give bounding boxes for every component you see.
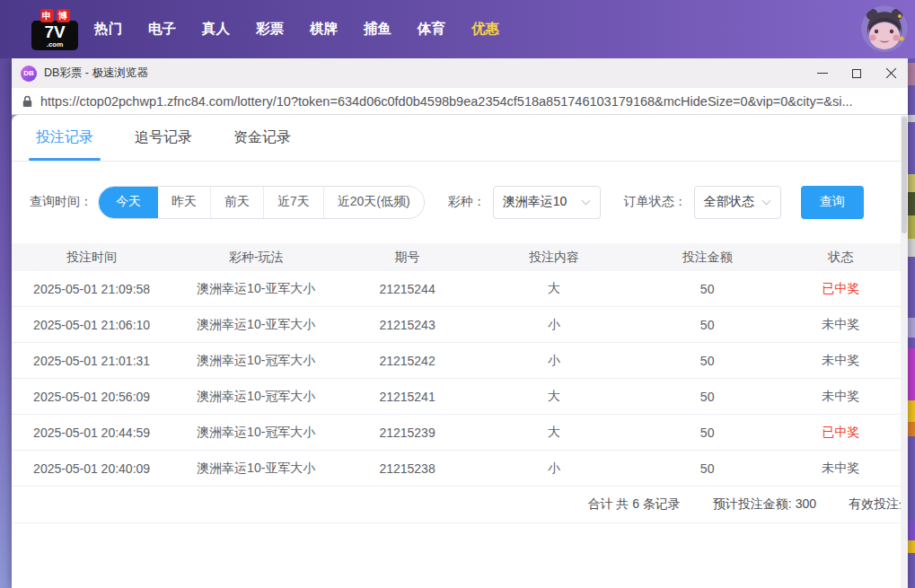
- time-filter-option[interactable]: 前天: [210, 187, 263, 218]
- close-icon: [885, 67, 897, 79]
- cell-bet-time: 2025-05-01 21:01:31: [12, 354, 172, 368]
- cell-bet-amount: 50: [634, 354, 780, 368]
- time-filter-option[interactable]: 近7天: [263, 187, 323, 218]
- record-tab[interactable]: 投注记录: [36, 115, 93, 161]
- record-tabs: 投注记录 追号记录 资金记录: [12, 115, 901, 162]
- summary-valid-amount: 有效投注金: [849, 496, 901, 513]
- url-text[interactable]: https://ctop02pchwp1.zfnc84.com/lottery/…: [40, 94, 853, 109]
- maximize-button[interactable]: [840, 58, 874, 88]
- cell-issue-number: 21215239: [340, 426, 474, 440]
- page-edge-decoration: [908, 58, 915, 588]
- chevron-down-icon: [581, 197, 590, 206]
- site-header: 申 博 7V .com 热门电子真人彩票棋牌捕鱼体育优惠: [0, 0, 915, 58]
- order-status-value: 全部状态: [704, 194, 754, 210]
- cell-bet-content: 大: [474, 425, 634, 441]
- table-row[interactable]: 2025-05-01 20:56:09 澳洲幸运10-冠军大小 21215241…: [12, 379, 901, 415]
- lock-icon: [22, 95, 32, 108]
- table-header-cell: 状态: [780, 250, 901, 266]
- table-row[interactable]: 2025-05-01 21:09:58 澳洲幸运10-亚军大小 21215244…: [12, 271, 901, 307]
- logo-badges: 申 博: [40, 9, 70, 22]
- time-filter-option[interactable]: 近20天(低频): [323, 187, 424, 218]
- nav-item[interactable]: 真人: [202, 20, 230, 39]
- page-scrollbar[interactable]: [901, 115, 908, 588]
- cell-bet-time: 2025-05-01 20:44:59: [12, 426, 172, 440]
- lottery-records-page: 投注记录 追号记录 资金记录 查询时间： 今天昨天前天近7天近20天(低频) 彩…: [12, 115, 901, 588]
- cell-bet-amount: 50: [634, 282, 780, 296]
- cell-bet-amount: 50: [634, 318, 780, 332]
- nav-item[interactable]: 捕鱼: [364, 20, 392, 39]
- table-row[interactable]: 2025-05-01 21:06:10 澳洲幸运10-亚军大小 21215243…: [12, 307, 901, 343]
- time-filter-label: 查询时间：: [30, 194, 92, 210]
- tab-label: 追号记录: [135, 128, 192, 147]
- table-header-row: 投注时间彩种-玩法期号投注内容投注金额状态: [12, 243, 901, 271]
- nav-item[interactable]: 体育: [418, 20, 445, 39]
- table-row[interactable]: 2025-05-01 21:01:31 澳洲幸运10-冠军大小 21215242…: [12, 343, 901, 379]
- tab-active-underline: [29, 158, 101, 161]
- table-header-cell: 投注内容: [474, 250, 634, 266]
- cell-bet-content: 小: [474, 317, 634, 333]
- time-filter-option[interactable]: 昨天: [158, 187, 210, 218]
- logo-badge-bo: 博: [57, 9, 70, 22]
- nav-item[interactable]: 优惠: [471, 20, 499, 39]
- cell-bet-amount: 50: [634, 461, 780, 476]
- browser-urlbar[interactable]: https://ctop02pchwp1.zfnc84.com/lottery/…: [12, 88, 908, 115]
- cell-bet-time: 2025-05-01 21:09:58: [12, 282, 172, 296]
- lottery-select-value: 澳洲幸运10: [503, 194, 567, 210]
- cell-game-play: 澳洲幸运10-冠军大小: [172, 389, 340, 405]
- window-title: DB彩票 - 极速浏览器: [44, 66, 148, 81]
- table-header-cell: 投注时间: [12, 250, 172, 266]
- summary-expected-amount: 预计投注金额: 300: [713, 496, 816, 513]
- close-button[interactable]: [874, 58, 908, 88]
- table-header-cell: 期号: [340, 250, 474, 266]
- table-header-cell: 彩种-玩法: [172, 250, 340, 266]
- site-logo[interactable]: 申 博 7V .com: [31, 9, 79, 50]
- logo-badge-shen: 申: [40, 9, 54, 22]
- cell-status: 未中奖: [780, 461, 901, 477]
- cell-issue-number: 21215241: [340, 390, 474, 404]
- lottery-select[interactable]: 澳洲幸运10: [493, 186, 601, 219]
- logo-main-text: 7V: [44, 23, 65, 40]
- cell-bet-content: 大: [474, 389, 634, 405]
- cell-status: 未中奖: [780, 317, 901, 333]
- record-tab[interactable]: 追号记录: [135, 115, 192, 161]
- order-status-label: 订单状态：: [624, 194, 687, 210]
- time-filter-option[interactable]: 今天: [99, 187, 158, 218]
- minimize-button[interactable]: [805, 58, 840, 88]
- time-filter-group: 今天昨天前天近7天近20天(低频): [98, 186, 425, 219]
- main-nav: 热门电子真人彩票棋牌捕鱼体育优惠: [94, 20, 499, 39]
- table-row[interactable]: 2025-05-01 20:44:59 澳洲幸运10-冠军大小 21215239…: [12, 415, 901, 451]
- scrollbar-thumb[interactable]: [902, 117, 907, 233]
- summary-row: 合计 共 6 条记录 预计投注金额: 300 有效投注金: [12, 487, 901, 523]
- record-tab[interactable]: 资金记录: [233, 115, 291, 161]
- cell-issue-number: 21215243: [340, 318, 474, 332]
- cell-status: 已中奖: [780, 281, 901, 297]
- cell-game-play: 澳洲幸运10-亚军大小: [172, 461, 340, 477]
- table-row[interactable]: 2025-05-01 20:40:09 澳洲幸运10-亚军大小 21215238…: [12, 451, 901, 487]
- tab-label: 资金记录: [233, 128, 291, 147]
- browser-window: DB DB彩票 - 极速浏览器 https://ctop02pchwp1.zfn…: [12, 58, 908, 588]
- cell-game-play: 澳洲幸运10-亚军大小: [172, 281, 340, 297]
- maximize-icon: [852, 69, 861, 78]
- logo-box: 7V .com: [31, 21, 78, 50]
- cell-bet-content: 小: [474, 461, 634, 477]
- cell-game-play: 澳洲幸运10-冠军大小: [172, 425, 340, 441]
- cell-bet-content: 小: [474, 353, 634, 369]
- browser-tab-icon: DB: [21, 66, 37, 82]
- table-body: 2025-05-01 21:09:58 澳洲幸运10-亚军大小 21215244…: [12, 271, 901, 487]
- user-avatar[interactable]: [861, 5, 908, 52]
- cell-status: 已中奖: [780, 425, 901, 441]
- cell-issue-number: 21215242: [340, 354, 474, 368]
- nav-item[interactable]: 彩票: [256, 20, 284, 39]
- cell-bet-content: 大: [474, 281, 634, 297]
- cell-bet-amount: 50: [634, 426, 780, 440]
- cell-bet-time: 2025-05-01 21:06:10: [12, 318, 172, 332]
- avatar-illustration: [861, 5, 908, 52]
- cell-status: 未中奖: [780, 353, 901, 369]
- cell-bet-amount: 50: [634, 390, 780, 404]
- search-button[interactable]: 查询: [801, 186, 864, 219]
- order-status-select[interactable]: 全部状态: [694, 186, 781, 219]
- nav-item[interactable]: 热门: [94, 20, 122, 39]
- nav-item[interactable]: 棋牌: [310, 20, 338, 39]
- cell-game-play: 澳洲幸运10-冠军大小: [172, 353, 340, 369]
- nav-item[interactable]: 电子: [148, 20, 176, 39]
